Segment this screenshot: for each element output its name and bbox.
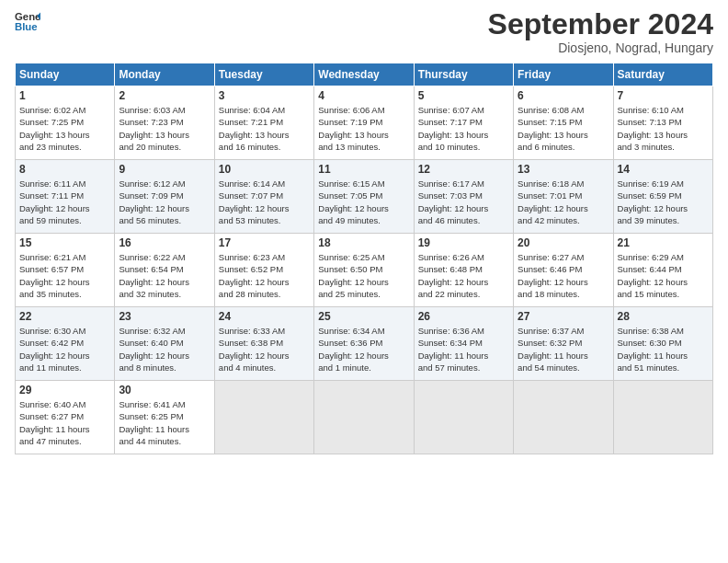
day-number: 30 (119, 384, 210, 396)
day-info: Sunrise: 6:30 AM Sunset: 6:42 PM Dayligh… (19, 325, 110, 373)
day-number: 24 (219, 310, 310, 323)
header-tuesday: Tuesday (214, 63, 313, 86)
day-info: Sunrise: 6:36 AM Sunset: 6:34 PM Dayligh… (418, 325, 509, 373)
day-info: Sunrise: 6:38 AM Sunset: 6:30 PM Dayligh… (618, 325, 709, 373)
day-info: Sunrise: 6:04 AM Sunset: 7:21 PM Dayligh… (219, 104, 310, 153)
day-cell: 26Sunrise: 6:36 AM Sunset: 6:34 PM Dayli… (414, 307, 513, 381)
day-number: 9 (119, 163, 210, 176)
day-number: 21 (618, 236, 709, 249)
day-cell (514, 381, 613, 454)
day-info: Sunrise: 6:27 AM Sunset: 6:46 PM Dayligh… (518, 251, 609, 300)
day-cell: 28Sunrise: 6:38 AM Sunset: 6:30 PM Dayli… (613, 307, 712, 381)
day-info: Sunrise: 6:10 AM Sunset: 7:13 PM Dayligh… (618, 104, 709, 153)
day-number: 5 (418, 89, 509, 102)
logo: General Blue (15, 9, 40, 35)
day-cell: 4Sunrise: 6:06 AM Sunset: 7:19 PM Daylig… (314, 86, 414, 160)
day-number: 27 (518, 310, 609, 323)
day-number: 29 (19, 384, 110, 396)
day-number: 17 (219, 236, 310, 249)
day-info: Sunrise: 6:15 AM Sunset: 7:05 PM Dayligh… (318, 178, 409, 226)
day-cell (414, 381, 513, 454)
day-info: Sunrise: 6:21 AM Sunset: 6:57 PM Dayligh… (19, 251, 110, 300)
header-saturday: Saturday (613, 63, 712, 86)
day-number: 18 (318, 236, 409, 249)
week-row-3: 22Sunrise: 6:30 AM Sunset: 6:42 PM Dayli… (16, 307, 713, 381)
day-number: 14 (618, 163, 709, 176)
day-number: 7 (618, 89, 709, 102)
day-number: 28 (618, 310, 709, 323)
day-cell: 6Sunrise: 6:08 AM Sunset: 7:15 PM Daylig… (514, 86, 613, 160)
month-title: September 2024 (488, 9, 713, 39)
day-cell (613, 381, 712, 454)
header-sunday: Sunday (16, 63, 115, 86)
day-cell: 23Sunrise: 6:32 AM Sunset: 6:40 PM Dayli… (115, 307, 214, 381)
day-info: Sunrise: 6:08 AM Sunset: 7:15 PM Dayligh… (518, 104, 609, 153)
day-number: 2 (119, 89, 210, 102)
main-container: General Blue September 2024 Diosjeno, No… (0, 0, 728, 462)
day-cell: 2Sunrise: 6:03 AM Sunset: 7:23 PM Daylig… (115, 86, 214, 160)
day-info: Sunrise: 6:18 AM Sunset: 7:01 PM Dayligh… (518, 178, 609, 226)
day-info: Sunrise: 6:03 AM Sunset: 7:23 PM Dayligh… (119, 104, 210, 153)
day-cell: 12Sunrise: 6:17 AM Sunset: 7:03 PM Dayli… (414, 160, 513, 234)
header-monday: Monday (115, 63, 214, 86)
day-info: Sunrise: 6:12 AM Sunset: 7:09 PM Dayligh… (119, 178, 210, 226)
day-cell: 7Sunrise: 6:10 AM Sunset: 7:13 PM Daylig… (613, 86, 712, 160)
day-info: Sunrise: 6:37 AM Sunset: 6:32 PM Dayligh… (518, 325, 609, 373)
day-cell: 3Sunrise: 6:04 AM Sunset: 7:21 PM Daylig… (214, 86, 313, 160)
day-cell: 19Sunrise: 6:26 AM Sunset: 6:48 PM Dayli… (414, 234, 513, 307)
calendar-table: SundayMondayTuesdayWednesdayThursdayFrid… (15, 63, 713, 454)
day-cell: 16Sunrise: 6:22 AM Sunset: 6:54 PM Dayli… (115, 234, 214, 307)
day-info: Sunrise: 6:40 AM Sunset: 6:27 PM Dayligh… (19, 398, 110, 447)
day-cell: 5Sunrise: 6:07 AM Sunset: 7:17 PM Daylig… (414, 86, 513, 160)
day-number: 22 (19, 310, 110, 323)
day-number: 20 (518, 236, 609, 249)
header-wednesday: Wednesday (314, 63, 414, 86)
day-number: 3 (219, 89, 310, 102)
header-friday: Friday (514, 63, 613, 86)
week-row-4: 29Sunrise: 6:40 AM Sunset: 6:27 PM Dayli… (16, 381, 713, 454)
day-cell: 21Sunrise: 6:29 AM Sunset: 6:44 PM Dayli… (613, 234, 712, 307)
day-cell (314, 381, 414, 454)
day-cell (214, 381, 313, 454)
day-number: 13 (518, 163, 609, 176)
day-number: 11 (318, 163, 409, 176)
day-cell: 15Sunrise: 6:21 AM Sunset: 6:57 PM Dayli… (16, 234, 115, 307)
day-info: Sunrise: 6:34 AM Sunset: 6:36 PM Dayligh… (318, 325, 409, 373)
logo-icon: General Blue (15, 9, 40, 35)
day-cell: 29Sunrise: 6:40 AM Sunset: 6:27 PM Dayli… (16, 381, 115, 454)
day-info: Sunrise: 6:29 AM Sunset: 6:44 PM Dayligh… (618, 251, 709, 300)
svg-text:Blue: Blue (15, 21, 38, 32)
day-number: 23 (119, 310, 210, 323)
calendar-body: 1Sunrise: 6:02 AM Sunset: 7:25 PM Daylig… (16, 86, 713, 454)
day-info: Sunrise: 6:33 AM Sunset: 6:38 PM Dayligh… (219, 325, 310, 373)
day-number: 1 (19, 89, 110, 102)
day-info: Sunrise: 6:25 AM Sunset: 6:50 PM Dayligh… (318, 251, 409, 300)
header-thursday: Thursday (414, 63, 513, 86)
day-info: Sunrise: 6:22 AM Sunset: 6:54 PM Dayligh… (119, 251, 210, 300)
day-info: Sunrise: 6:41 AM Sunset: 6:25 PM Dayligh… (119, 398, 210, 447)
day-info: Sunrise: 6:19 AM Sunset: 6:59 PM Dayligh… (618, 178, 709, 226)
day-cell: 1Sunrise: 6:02 AM Sunset: 7:25 PM Daylig… (16, 86, 115, 160)
day-number: 19 (418, 236, 509, 249)
day-cell: 14Sunrise: 6:19 AM Sunset: 6:59 PM Dayli… (613, 160, 712, 234)
week-row-2: 15Sunrise: 6:21 AM Sunset: 6:57 PM Dayli… (16, 234, 713, 307)
day-cell: 22Sunrise: 6:30 AM Sunset: 6:42 PM Dayli… (16, 307, 115, 381)
day-info: Sunrise: 6:02 AM Sunset: 7:25 PM Dayligh… (19, 104, 110, 153)
header: General Blue September 2024 Diosjeno, No… (15, 9, 713, 55)
day-number: 10 (219, 163, 310, 176)
day-info: Sunrise: 6:32 AM Sunset: 6:40 PM Dayligh… (119, 325, 210, 373)
day-cell: 8Sunrise: 6:11 AM Sunset: 7:11 PM Daylig… (16, 160, 115, 234)
week-row-0: 1Sunrise: 6:02 AM Sunset: 7:25 PM Daylig… (16, 86, 713, 160)
day-number: 26 (418, 310, 509, 323)
day-info: Sunrise: 6:17 AM Sunset: 7:03 PM Dayligh… (418, 178, 509, 226)
day-cell: 11Sunrise: 6:15 AM Sunset: 7:05 PM Dayli… (314, 160, 414, 234)
day-cell: 18Sunrise: 6:25 AM Sunset: 6:50 PM Dayli… (314, 234, 414, 307)
day-info: Sunrise: 6:07 AM Sunset: 7:17 PM Dayligh… (418, 104, 509, 153)
day-cell: 24Sunrise: 6:33 AM Sunset: 6:38 PM Dayli… (214, 307, 313, 381)
day-number: 25 (318, 310, 409, 323)
day-info: Sunrise: 6:11 AM Sunset: 7:11 PM Dayligh… (19, 178, 110, 226)
week-row-1: 8Sunrise: 6:11 AM Sunset: 7:11 PM Daylig… (16, 160, 713, 234)
day-cell: 9Sunrise: 6:12 AM Sunset: 7:09 PM Daylig… (115, 160, 214, 234)
day-info: Sunrise: 6:14 AM Sunset: 7:07 PM Dayligh… (219, 178, 310, 226)
title-area: September 2024 Diosjeno, Nograd, Hungary (488, 9, 713, 55)
